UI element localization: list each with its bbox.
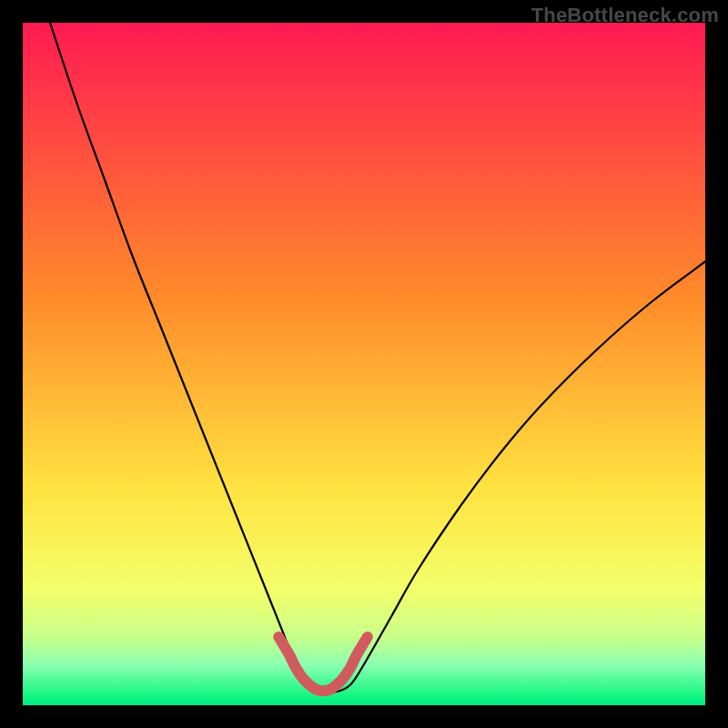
plot-area <box>23 23 705 705</box>
chart-svg <box>23 23 705 705</box>
chart-frame: TheBottleneck.com <box>0 0 728 728</box>
gradient-background <box>23 23 705 705</box>
watermark-text: TheBottleneck.com <box>531 4 719 27</box>
